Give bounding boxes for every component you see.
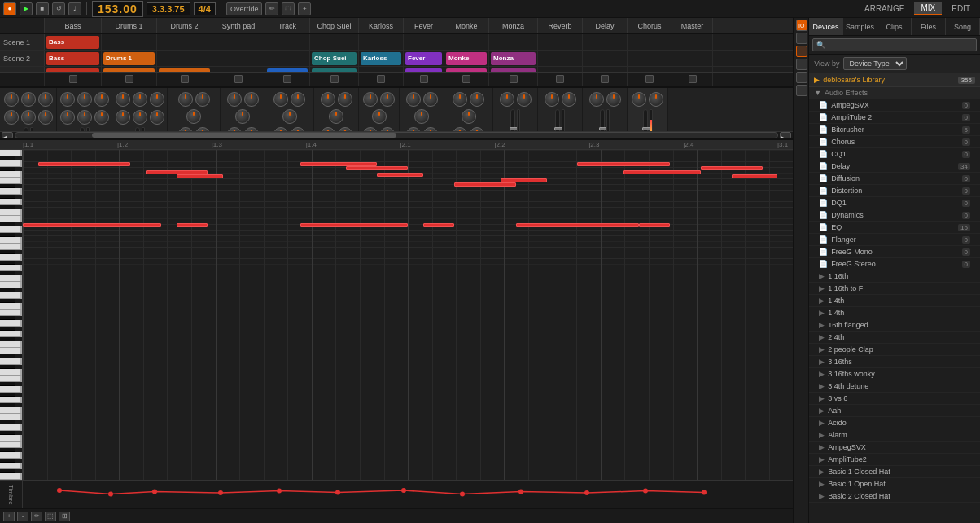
fader-drums-1[interactable] [80,127,85,131]
clip-cell-s3-track[interactable]: ▶Synth01-... [265,67,310,72]
beat-clip-3-16ths[interactable]: ▶3 16ths [809,356,980,368]
piano-key-29[interactable] [0,310,22,316]
knob-karloss-1[interactable] [338,92,352,107]
note-11[interactable] [732,174,778,178]
knob-fever-0[interactable] [363,92,378,107]
lib-item-cq1[interactable]: 📄CQ10 [809,148,980,160]
lib-item-delay[interactable]: 📄Delay34 [809,160,980,173]
piano-key-52[interactable] [0,435,22,442]
knob2-drums-1-1[interactable] [77,110,92,125]
scroll-right-btn[interactable]: ▸ [780,132,791,138]
beat-clip-1-4th[interactable]: ▶1 4th [809,295,980,307]
beat-clip-basic-2-closed-hat[interactable]: ▶Basic 2 Closed Hat [809,490,980,503]
note-10[interactable] [701,166,763,170]
knob-fever-2[interactable] [372,109,387,124]
scene-name-2[interactable]: Scene 2 [0,51,45,66]
piano-key-59[interactable] [0,473,22,480]
piano-key-11[interactable] [0,209,22,216]
clip-cell-s1-chorus[interactable] [628,34,672,50]
plus-btn[interactable]: + [298,2,311,15]
clip-cell-s1-karloss[interactable] [359,34,404,50]
draw-btn[interactable]: ✏ [31,512,42,521]
knob-reverb-0[interactable] [500,92,514,107]
knob2-synth-pad-0[interactable] [178,127,193,131]
metronome-btn[interactable]: ♩ [68,2,81,15]
lib-item-flanger[interactable]: 📄Flanger0 [809,234,980,246]
tab-arrange[interactable]: ARRANGE [858,2,911,15]
knob2-drums-1-2[interactable] [94,110,109,125]
library-header[interactable]: ▶ deblosara's Library 356 [809,73,980,87]
tab-files[interactable]: Files [912,18,946,35]
note-7[interactable] [501,178,547,182]
piano-key-57[interactable] [0,463,22,469]
lib-item-ampegsvx[interactable]: 📄AmpegSVX0 [809,99,980,112]
knob-bass-1[interactable] [21,92,36,107]
auto-point-0[interactable] [57,488,62,493]
auto-point-7[interactable] [460,492,465,497]
beat-3[interactable] [796,59,807,70]
lib-item-dq1[interactable]: 📄DQ10 [809,197,980,209]
piano-key-50[interactable] [0,424,22,431]
piano-key-5[interactable] [0,178,22,184]
clip-cell-s1-drums-1[interactable] [102,34,157,50]
knob2-fever-1[interactable] [380,127,395,131]
auto-point-11[interactable] [702,490,707,494]
beat-clip-1-4th[interactable]: ▶1 4th [809,307,980,319]
piano-key-53[interactable] [0,442,22,448]
clip-cell-s3-delay[interactable] [583,67,628,72]
select-btn2[interactable]: ⬚ [45,512,56,521]
knob2-chop-suei-0[interactable] [273,127,288,131]
piano-key-24[interactable] [0,282,22,288]
clip-cell-s3-monke[interactable]: ▶Monke [444,67,489,72]
beat-clip-2-4th[interactable]: ▶2 4th [809,332,980,344]
auto-point-5[interactable] [335,490,340,494]
view-by-select[interactable]: Device Type [843,57,907,70]
clip-cell-s2-fever[interactable]: Fever [404,51,444,66]
piano-key-35[interactable] [0,341,22,348]
clip-cell-s2-monke[interactable]: Monke [444,51,489,66]
clip-cell-s3-synth-pad[interactable] [212,67,265,72]
piano-key-21[interactable] [0,265,22,271]
clip-cell-s1-synth-pad[interactable] [212,34,265,50]
knob-drums-2-1[interactable] [133,92,147,107]
note-grid[interactable] [23,150,793,480]
tab-devices[interactable]: Devices [809,18,843,35]
knob-synth-pad-2[interactable] [186,109,201,124]
beat-1[interactable] [796,33,807,44]
clip-cell-s2-reverb[interactable] [538,51,583,66]
clip-cell-s1-chop-suei[interactable] [310,34,359,50]
knob-drums-1-0[interactable] [60,92,75,107]
clip-cell-s2-track[interactable] [265,51,310,66]
clip-cell-s1-master[interactable] [672,34,713,50]
note-15[interactable] [423,223,454,227]
piano-key-43[interactable] [0,386,22,393]
clip-cell-s3-fever[interactable]: ▶Fever [404,67,444,72]
tab-song[interactable]: Song [946,18,980,35]
zoom-in-btn[interactable]: + [3,512,15,521]
scene-name-1[interactable]: Scene 1 [0,34,45,50]
knob-delay-1[interactable] [562,92,576,107]
knob2-bass-2[interactable] [38,110,53,125]
play-btn[interactable]: ▶ [20,2,33,15]
auto-point-1[interactable] [108,492,113,497]
beat-clip-amplitube2[interactable]: ▶AmpliTube2 [809,454,980,466]
fader-master[interactable] [643,109,648,131]
clip-cell-s2-monza[interactable]: Monza [489,51,538,66]
knob2-karloss-1[interactable] [338,127,352,131]
clip-cell-s3-drums-2[interactable]: ▶Drums 2 [157,67,212,72]
knob2-monke-0[interactable] [406,127,421,131]
beat-clip-basic-1-closed-hat[interactable]: ▶Basic 1 Closed Hat [809,466,980,478]
knob-monza-1[interactable] [470,92,484,107]
clip-cell-s1-track[interactable] [265,34,310,50]
clip-cell-s2-synth-pad[interactable] [212,51,265,66]
piano-key-40[interactable] [0,369,22,376]
lib-item-distortion[interactable]: 📄Distortion9 [809,185,980,197]
record-btn[interactable]: ● [3,2,16,15]
knob-monza-0[interactable] [453,92,467,107]
position-display[interactable]: 3.3.3.75 [147,2,190,15]
knob-master-1[interactable] [649,92,663,107]
beat-clip-2-people-clap[interactable]: ▶2 people Clap [809,344,980,356]
clip-cell-s2-karloss[interactable]: Karloss [359,51,404,66]
knob-chop-suei-2[interactable] [282,109,297,124]
h-scroll-thumb[interactable] [92,133,397,138]
